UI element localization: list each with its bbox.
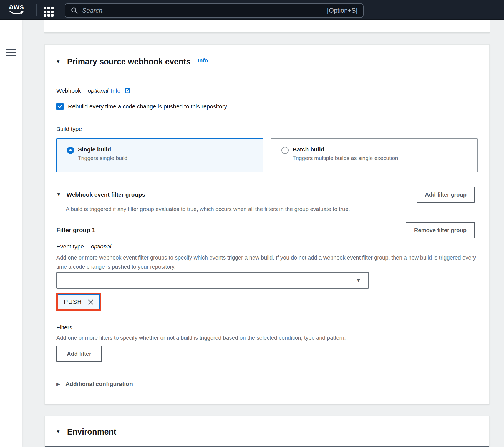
checkmark-icon [57, 104, 62, 109]
webhook-info-link[interactable]: Info [111, 87, 120, 94]
section-info-link[interactable]: Info [198, 57, 208, 64]
filter-group-1-row: Filter group 1 [56, 222, 95, 238]
single-build-desc: Triggers single build [78, 155, 127, 161]
search-input[interactable]: Search [Option+S] [65, 3, 364, 18]
environment-triangle-icon[interactable] [56, 429, 61, 435]
rebuild-checkbox-label: Rebuild every time a code change is push… [68, 103, 227, 110]
dismiss-token-icon[interactable] [87, 299, 94, 305]
primary-source-webhook-events-card: Primary source webhook events Info Webho… [44, 44, 490, 404]
services-grid-icon[interactable] [44, 7, 54, 17]
event-type-label: Event type [56, 243, 84, 250]
topbar: aws Search [Option+S] [0, 0, 504, 20]
section-title: Primary source webhook events [67, 57, 191, 66]
section-header: Primary source webhook events Info [45, 45, 489, 79]
previous-section-card-bottom [44, 20, 490, 33]
search-icon [71, 7, 78, 14]
batch-build-desc: Triggers multiple builds as single execu… [293, 155, 398, 161]
webhook-label-separator: - [83, 87, 85, 94]
batch-build-option[interactable]: Batch build Triggers multiple builds as … [271, 138, 478, 172]
aws-logo-text: aws [9, 3, 24, 11]
remove-filter-group-button[interactable]: Remove filter group [406, 222, 475, 238]
event-type-label-row: Event type - optional [56, 243, 111, 250]
add-filter-button[interactable]: Add filter [56, 346, 102, 362]
webhook-optional-label: optional [88, 87, 108, 94]
event-type-desc: Add one or more webhook event filter gro… [56, 253, 477, 271]
environment-header: Environment [45, 416, 489, 447]
hamburger-menu-icon[interactable] [6, 49, 16, 58]
add-filter-group-button[interactable]: Add filter group [417, 187, 475, 203]
single-build-radio[interactable] [67, 147, 74, 154]
filters-desc: Add one or more filters to specify wheth… [56, 335, 477, 341]
chevron-down-icon [356, 277, 361, 283]
expand-triangle-icon [56, 381, 60, 387]
filter-group-1-title: Filter group 1 [56, 227, 95, 234]
environment-title: Environment [67, 427, 116, 436]
push-token-label: PUSH [64, 298, 82, 306]
event-type-select[interactable] [56, 272, 369, 289]
rebuild-checkbox-row[interactable]: Rebuild every time a code change is push… [56, 103, 227, 110]
single-build-option[interactable]: Single build Triggers single build [56, 138, 263, 172]
batch-build-radio[interactable] [281, 147, 289, 154]
external-link-icon[interactable] [124, 87, 131, 95]
batch-build-label: Batch build [293, 146, 398, 153]
additional-configuration-toggle[interactable]: Additional configuration [56, 381, 133, 387]
aws-logo[interactable]: aws [9, 3, 24, 15]
filter-groups-desc: A build is triggered if any filter group… [66, 206, 350, 212]
side-navigation-rail [0, 20, 22, 447]
environment-card: Environment [44, 416, 490, 447]
build-type-options: Single build Triggers single build Batch… [56, 138, 478, 172]
aws-smile-icon [9, 11, 24, 15]
single-build-label: Single build [78, 146, 127, 153]
search-placeholder: Search [82, 7, 102, 14]
filters-label: Filters [56, 324, 72, 331]
filter-groups-title: Webhook event filter groups [67, 191, 145, 198]
webhook-label: Webhook [56, 87, 81, 94]
build-type-label: Build type [56, 126, 82, 132]
webhook-label-row: Webhook - optional Info [56, 87, 131, 95]
push-token: PUSH [58, 294, 100, 309]
filter-groups-triangle-icon[interactable] [56, 192, 61, 197]
topbar-divider [36, 4, 37, 16]
additional-configuration-label: Additional configuration [65, 381, 133, 387]
event-type-separator: - [86, 243, 88, 250]
push-token-highlight: PUSH [56, 293, 101, 311]
filter-groups-header: Webhook event filter groups [56, 187, 145, 203]
collapse-triangle-icon[interactable] [56, 59, 61, 65]
rebuild-checkbox[interactable] [56, 103, 64, 110]
event-type-optional-label: optional [91, 243, 111, 250]
search-shortcut-hint: [Option+S] [327, 7, 357, 14]
